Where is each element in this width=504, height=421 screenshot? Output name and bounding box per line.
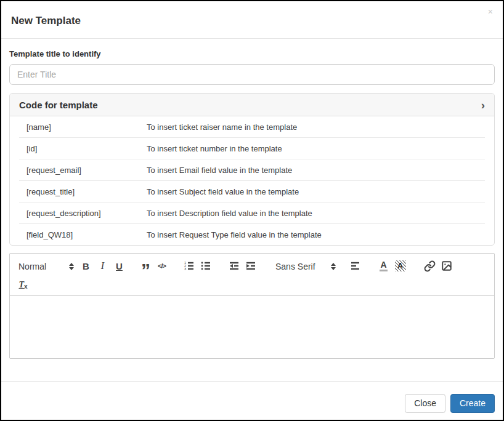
font-dropdown-value: Sans Serif <box>275 262 315 271</box>
table-row: [request_description] To insert Descript… <box>19 202 485 224</box>
code-cell: [field_QW18] <box>19 230 147 239</box>
stepper-arrows-icon <box>68 262 75 271</box>
stepper-arrows-icon <box>330 262 337 271</box>
outdent-button[interactable] <box>226 258 242 274</box>
image-icon <box>441 260 452 271</box>
underline-button[interactable]: U <box>111 258 128 274</box>
code-cell: [request_description] <box>19 209 147 218</box>
indent-button[interactable] <box>242 258 259 274</box>
indent-icon <box>245 260 256 271</box>
clear-format-button[interactable]: Tx <box>15 276 31 292</box>
editor-content-area[interactable] <box>10 296 494 358</box>
bullet-list-icon <box>200 260 211 271</box>
blockquote-button[interactable]: ” <box>137 258 153 274</box>
clear-format-icon: Tx <box>18 279 27 290</box>
link-button[interactable] <box>421 258 438 274</box>
table-row: [request_title] To insert Subject field … <box>19 181 485 202</box>
description-cell: To insert Email field value in the templ… <box>147 166 485 175</box>
text-color-button[interactable]: A <box>375 258 392 274</box>
table-row: [name] To insert ticket raiser name in t… <box>19 116 485 138</box>
code-cell: [id] <box>19 144 147 153</box>
table-row: [request_email] To insert Email field va… <box>19 159 485 181</box>
chevron-right-icon: › <box>481 101 485 110</box>
create-button[interactable]: Create <box>450 394 495 413</box>
modal-body: Template title to identify Code for temp… <box>1 39 503 374</box>
bold-button[interactable]: B <box>78 258 94 274</box>
description-cell: To insert Subject field value in the tem… <box>147 187 485 196</box>
template-title-label: Template title to identify <box>9 49 495 58</box>
description-cell: To insert Description field value in the… <box>147 209 485 218</box>
rich-text-editor: Normal B I U ” </> <box>9 253 495 359</box>
toolbar-line-break <box>15 275 489 276</box>
modal-title: New Template <box>11 15 493 27</box>
background-color-icon: A <box>395 260 406 271</box>
blockquote-icon: ” <box>141 259 149 273</box>
link-icon <box>424 260 436 272</box>
outdent-icon <box>229 260 240 271</box>
bold-icon: B <box>83 261 89 271</box>
background-color-button[interactable]: A <box>392 258 408 274</box>
format-dropdown-value: Normal <box>18 262 46 271</box>
description-cell: To insert ticket raiser name in the temp… <box>147 122 485 132</box>
table-row: [id] To insert ticket number in the temp… <box>19 138 485 159</box>
template-title-input[interactable] <box>9 64 495 85</box>
modal-footer: Close Create <box>1 381 503 420</box>
align-button[interactable] <box>347 258 364 274</box>
code-panel-title: Code for template <box>19 100 98 110</box>
code-cell: [request_title] <box>19 187 147 196</box>
code-panel-header[interactable]: Code for template › <box>10 94 494 116</box>
format-dropdown[interactable]: Normal <box>15 259 78 275</box>
italic-icon: I <box>101 260 104 271</box>
modal-header: New Template × <box>1 1 503 39</box>
code-cell: [name] <box>19 122 147 132</box>
code-block-button[interactable]: </> <box>153 258 170 274</box>
font-dropdown[interactable]: Sans Serif <box>272 259 339 275</box>
description-cell: To insert Request Type field value in th… <box>147 230 485 239</box>
ordered-list-button[interactable]: 1 2 3 <box>181 258 197 274</box>
editor-toolbar: Normal B I U ” </> <box>10 254 494 296</box>
underline-icon: U <box>116 261 123 271</box>
bullet-list-button[interactable] <box>197 258 214 274</box>
image-button[interactable] <box>438 258 455 274</box>
ordered-list-icon: 1 2 3 <box>184 260 195 271</box>
description-cell: To insert ticket number in the template <box>147 144 485 153</box>
align-icon <box>350 260 361 271</box>
svg-text:3: 3 <box>184 267 186 271</box>
text-color-icon: A <box>380 261 387 271</box>
close-icon[interactable]: × <box>488 7 493 16</box>
code-cell: [request_email] <box>19 166 147 175</box>
table-row: [field_QW18] To insert Request Type fiel… <box>19 224 485 245</box>
new-template-modal: New Template × Template title to identif… <box>0 0 504 421</box>
close-button[interactable]: Close <box>405 394 445 413</box>
italic-button[interactable]: I <box>94 258 111 274</box>
code-panel: Code for template › [name] To insert tic… <box>9 93 495 246</box>
code-table: [name] To insert ticket raiser name in t… <box>10 116 494 245</box>
code-block-icon: </> <box>158 262 166 270</box>
